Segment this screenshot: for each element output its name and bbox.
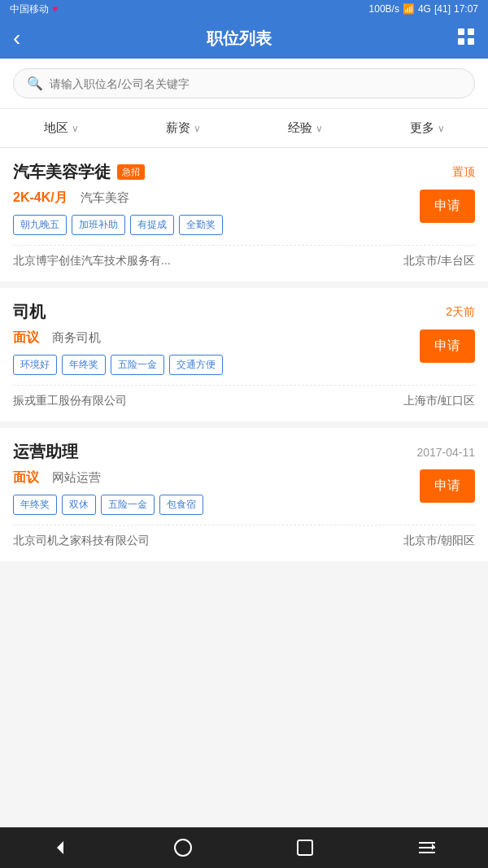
search-box[interactable]: 🔍 [13, 68, 475, 98]
tag-3-0: 年终奖 [13, 495, 57, 515]
job-salary-1: 2K-4K/月 [13, 190, 68, 207]
chevron-down-icon: ∨ [438, 123, 445, 134]
carrier-label: 中国移动 [10, 2, 49, 16]
nav-recent-button[interactable] [289, 831, 321, 864]
signal-label: 4G [418, 3, 431, 15]
tag-2-1: 年终奖 [62, 355, 106, 375]
page-title: 职位列表 [207, 28, 272, 50]
job-card-2: 司机 2天前 面议 商务司机 环境好 年终奖 五险一金 交通方便 申请 振戎重工… [0, 288, 488, 421]
status-bar: 中国移动 ♥ 100B/s 📶 4G [41] 17:07 [0, 0, 488, 18]
battery-icon: [41] [434, 3, 451, 15]
job-salary-3: 面议 [13, 469, 39, 486]
filter-more[interactable]: 更多 ∨ [366, 109, 488, 147]
apply-button-3[interactable]: 申请 [420, 469, 475, 503]
tag-1-2: 有提成 [130, 215, 174, 235]
job-salary-2: 面议 [13, 329, 39, 347]
nav-back-button[interactable] [45, 831, 77, 864]
tag-3-2: 五险一金 [101, 495, 155, 515]
job-footer-2: 振戎重工股份有限公司 上海市/虹口区 [13, 385, 475, 408]
tag-3-3: 包食宿 [159, 495, 203, 515]
speed-label: 100B/s [369, 3, 399, 15]
job-title-row-2: 司机 [13, 301, 46, 323]
company-name-1: 北京博宇创佳汽车技术服务有... [13, 254, 171, 268]
svg-marker-10 [432, 844, 435, 850]
apply-button-1[interactable]: 申请 [420, 190, 475, 223]
tag-1-0: 朝九晚五 [13, 215, 67, 235]
job-location-2: 上海市/虹口区 [403, 394, 475, 408]
time-label-3: 2017-04-11 [416, 446, 475, 459]
svg-rect-2 [458, 38, 464, 45]
bottom-nav [0, 827, 488, 868]
svg-marker-4 [57, 841, 63, 854]
job-salary-info-2: 面议 商务司机 环境好 年终奖 五险一金 交通方便 [13, 329, 420, 385]
svg-point-5 [175, 840, 191, 856]
back-button[interactable]: ‹ [13, 25, 20, 51]
chevron-down-icon: ∨ [194, 123, 201, 134]
company-name-2: 振戎重工股份有限公司 [13, 394, 127, 408]
job-list: 汽车美容学徒 急招 置顶 2K-4K/月 汽车美容 朝九晚五 加班补助 有提成 … [0, 148, 488, 561]
apply-button-2[interactable]: 申请 [420, 329, 475, 363]
job-footer-3: 北京司机之家科技有限公司 北京市/朝阳区 [13, 525, 475, 548]
job-title-row-3: 运营助理 [13, 441, 78, 463]
tag-2-2: 五险一金 [111, 355, 164, 375]
nav-home-button[interactable] [167, 831, 199, 864]
tags-row-3: 年终奖 双休 五险一金 包食宿 [13, 495, 420, 515]
svg-rect-1 [468, 28, 474, 35]
job-title-1: 汽车美容学徒 [13, 161, 111, 183]
job-location-1: 北京市/丰台区 [403, 254, 475, 268]
job-salary-row-3: 面议 网站运营 [13, 469, 420, 486]
job-header-2: 司机 2天前 [13, 301, 475, 323]
search-container: 🔍 [0, 59, 488, 109]
tags-row-2: 环境好 年终奖 五险一金 交通方便 [13, 355, 420, 375]
job-salary-row-2: 面议 商务司机 [13, 329, 420, 347]
nav-menu-button[interactable] [411, 831, 443, 864]
time-label: 17:07 [454, 3, 478, 15]
job-category-3: 网站运营 [52, 470, 101, 486]
job-location-3: 北京市/朝阳区 [403, 534, 475, 548]
tag-1-1: 加班补助 [72, 215, 125, 235]
tags-row-1: 朝九晚五 加班补助 有提成 全勤奖 [13, 215, 420, 235]
status-left: 中国移动 ♥ [10, 2, 58, 16]
job-header-3: 运营助理 2017-04-11 [13, 441, 475, 463]
job-header-1: 汽车美容学徒 急招 置顶 [13, 161, 475, 183]
filter-region[interactable]: 地区 ∨ [0, 109, 122, 147]
top-label-1: 置顶 [452, 165, 475, 180]
chevron-down-icon: ∨ [316, 123, 323, 134]
filter-salary[interactable]: 薪资 ∨ [122, 109, 244, 147]
tag-3-1: 双休 [62, 495, 96, 515]
job-salary-apply-3: 面议 网站运营 年终奖 双休 五险一金 包食宿 申请 [13, 469, 475, 525]
job-salary-apply-2: 面议 商务司机 环境好 年终奖 五险一金 交通方便 申请 [13, 329, 475, 385]
wifi-icon: 📶 [403, 3, 415, 15]
job-category-1: 汽车美容 [81, 190, 129, 206]
grid-button[interactable] [457, 28, 475, 50]
filter-bar: 地区 ∨ 薪资 ∨ 经验 ∨ 更多 ∨ [0, 109, 488, 148]
job-salary-apply-1: 2K-4K/月 汽车美容 朝九晚五 加班补助 有提成 全勤奖 申请 [13, 190, 475, 245]
job-salary-row-1: 2K-4K/月 汽车美容 [13, 190, 420, 207]
svg-rect-0 [458, 28, 464, 35]
tag-2-3: 交通方便 [169, 355, 223, 375]
job-salary-info-3: 面议 网站运营 年终奖 双休 五险一金 包食宿 [13, 469, 420, 525]
job-title-2: 司机 [13, 301, 46, 323]
company-name-3: 北京司机之家科技有限公司 [13, 534, 150, 548]
tag-1-3: 全勤奖 [179, 215, 223, 235]
search-icon: 🔍 [27, 76, 43, 91]
svg-rect-3 [468, 38, 474, 45]
svg-rect-6 [298, 840, 312, 855]
job-card-3: 运营助理 2017-04-11 面议 网站运营 年终奖 双休 五险一金 包食宿 … [0, 428, 488, 561]
job-category-2: 商务司机 [52, 330, 101, 346]
svg-rect-9 [419, 852, 435, 853]
filter-experience[interactable]: 经验 ∨ [244, 109, 366, 147]
header: ‹ 职位列表 [0, 18, 488, 59]
search-input[interactable] [50, 77, 461, 90]
chevron-down-icon: ∨ [72, 123, 79, 134]
filter-region-label: 地区 [44, 120, 68, 136]
tag-2-0: 环境好 [13, 355, 57, 375]
urgent-badge-1: 急招 [117, 164, 145, 180]
job-salary-info-1: 2K-4K/月 汽车美容 朝九晚五 加班补助 有提成 全勤奖 [13, 190, 420, 245]
filter-experience-label: 经验 [288, 120, 312, 136]
job-card-1: 汽车美容学徒 急招 置顶 2K-4K/月 汽车美容 朝九晚五 加班补助 有提成 … [0, 148, 488, 281]
svg-rect-7 [419, 842, 435, 844]
time-label-2: 2天前 [446, 305, 475, 320]
heart-icon: ♥ [52, 3, 58, 15]
status-right: 100B/s 📶 4G [41] 17:07 [369, 3, 478, 15]
